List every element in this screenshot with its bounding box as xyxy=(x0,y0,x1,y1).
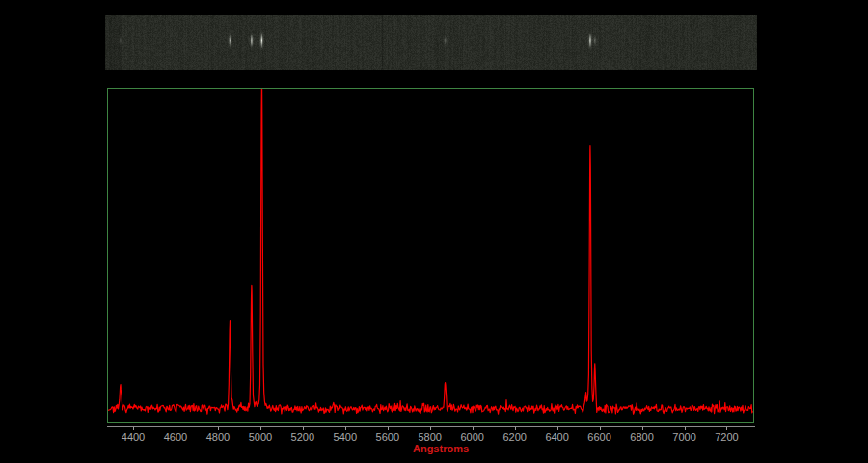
x-axis-tick xyxy=(260,427,261,430)
screen: 4400460048005000520054005600580060006200… xyxy=(0,0,868,463)
x-axis-tick-label: 4400 xyxy=(122,431,145,443)
spectrum-plot-frame xyxy=(107,88,754,423)
x-axis-tick-label: 6600 xyxy=(587,431,610,443)
x-axis-tick xyxy=(515,427,516,430)
x-axis-tick-label: 5400 xyxy=(334,431,357,443)
x-axis-tick xyxy=(557,427,558,430)
x-axis-tick-label: 4600 xyxy=(164,431,187,443)
x-axis-tick-label: 6000 xyxy=(460,431,483,443)
x-axis-tick-label: 4800 xyxy=(206,431,230,443)
x-axis-tick xyxy=(642,427,643,430)
x-axis-tick xyxy=(303,427,304,430)
x-axis-tick-label: 5600 xyxy=(376,431,399,443)
spectrum-trace xyxy=(108,89,753,422)
x-axis-tick xyxy=(473,427,474,430)
x-axis-tick xyxy=(726,427,727,430)
x-axis-tick xyxy=(388,427,389,430)
x-axis-tick-label: 5800 xyxy=(418,431,441,443)
x-axis-tick xyxy=(345,427,346,430)
x-axis-tick xyxy=(600,427,601,430)
x-axis-tick-label: 6400 xyxy=(545,431,568,443)
x-axis-tick xyxy=(133,427,134,430)
x-axis-tick xyxy=(430,427,431,430)
x-axis-tick xyxy=(176,427,176,430)
x-axis-tick-label: 7000 xyxy=(672,431,695,443)
x-axis-title: Angstroms xyxy=(413,443,469,454)
2d-spectrum-strip xyxy=(105,15,757,70)
x-axis-tick-label: 7200 xyxy=(715,431,738,443)
x-axis-tick-label: 5200 xyxy=(291,431,314,443)
x-axis-tick-label: 6200 xyxy=(502,431,526,443)
x-axis-tick-label: 5000 xyxy=(249,431,272,443)
x-axis-tick xyxy=(218,427,219,430)
x-axis-line xyxy=(107,426,755,427)
x-axis-tick xyxy=(685,427,686,430)
x-axis-tick-label: 6800 xyxy=(630,431,653,443)
